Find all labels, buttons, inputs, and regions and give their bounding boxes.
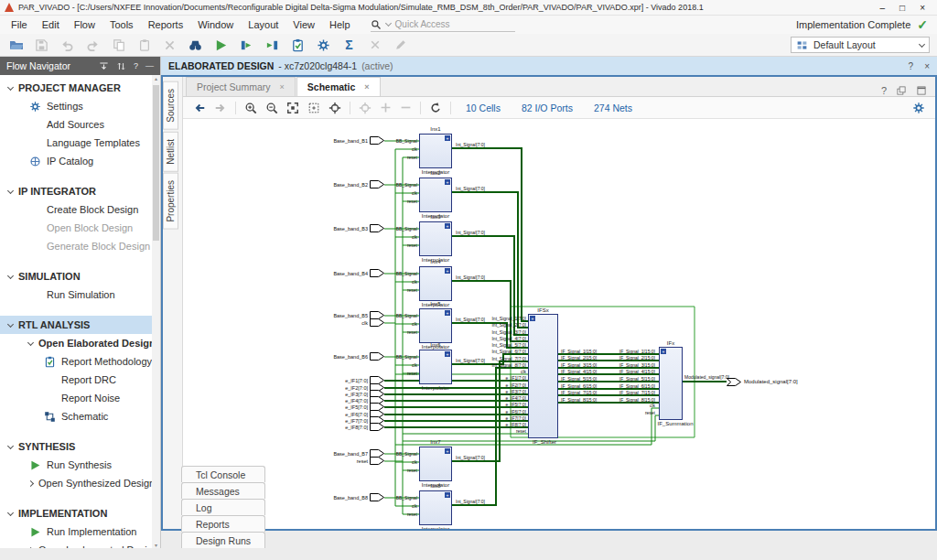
side-tab[interactable]: Sources <box>163 81 178 130</box>
interpolator-instance[interactable]: Inx3 + BB_Signal clk reset Int_Signal[7:… <box>419 221 452 256</box>
report-button[interactable] <box>290 38 306 53</box>
layout-selector[interactable]: Default Layout <box>791 37 930 53</box>
io-port[interactable]: Base_band_B3 <box>317 224 384 232</box>
bottom-tab[interactable]: Messages <box>181 482 265 499</box>
nav-section-project-manager[interactable]: PROJECT MANAGER <box>0 79 152 97</box>
menu-item[interactable]: Edit <box>35 17 67 32</box>
nav-item-run-simulation[interactable]: Run Simulation <box>0 285 152 304</box>
nav-item-generate-block-design[interactable]: Generate Block Design <box>0 237 152 255</box>
nav-item-add-sources[interactable]: Add Sources <box>0 115 152 134</box>
maximize-button[interactable]: □ <box>899 3 905 13</box>
interpolator-instance[interactable]: Inx4 + BB_Signal clk reset Int_Signal[7:… <box>419 266 452 301</box>
output-port-icon[interactable] <box>727 378 741 386</box>
nav-item-report-drc[interactable]: Report DRC <box>0 371 152 389</box>
expand-icon[interactable]: + <box>445 179 450 185</box>
io-port[interactable]: Base_band_B1 <box>317 136 384 145</box>
side-tab[interactable]: Netlist <box>163 132 178 172</box>
nav-item-report-noise[interactable]: Report Noise <box>0 389 152 407</box>
expand-icon[interactable]: + <box>445 135 450 141</box>
autofit-off-button[interactable] <box>359 102 372 114</box>
nav-item-open-elaborated-design[interactable]: Open Elaborated Design <box>0 334 152 352</box>
side-tab[interactable]: Properties <box>163 173 178 230</box>
close-icon[interactable]: × <box>280 82 285 92</box>
paste-button[interactable] <box>136 38 152 53</box>
help-icon[interactable]: ? <box>134 61 138 70</box>
menu-item[interactable]: Window <box>190 17 241 32</box>
io-port[interactable]: Base_band_B8 <box>317 493 384 501</box>
nav-item-report-methodology[interactable]: Report Methodology <box>0 352 152 371</box>
delete-button[interactable] <box>162 38 178 53</box>
tab-schematic[interactable]: Schematic× <box>296 77 381 96</box>
menu-item[interactable]: Tools <box>102 17 141 32</box>
run-to-icon[interactable] <box>264 38 280 53</box>
menu-item[interactable]: View <box>285 17 322 32</box>
close-icon[interactable]: × <box>364 82 369 92</box>
back-button[interactable] <box>193 102 206 114</box>
expand-collapse-icon[interactable] <box>116 61 126 71</box>
schematic-canvas[interactable]: Inx1 + BB_Signal clk reset Int_Signal[7:… <box>183 119 935 529</box>
io-ports-count-link[interactable]: 82 I/O Ports <box>515 102 579 113</box>
io-port[interactable]: reset <box>317 457 384 465</box>
interpolator-body[interactable]: + <box>419 266 452 301</box>
nav-section-ip-integrator[interactable]: IP INTEGRATOR <box>0 182 152 200</box>
bottom-tab[interactable]: Log <box>181 499 265 515</box>
nav-section-synthesis[interactable]: SYNTHESIS <box>0 437 152 456</box>
settings-button[interactable] <box>316 38 331 53</box>
scrollbar-thumb[interactable] <box>153 85 159 241</box>
interpolator-body[interactable]: + <box>419 447 452 481</box>
find-button[interactable] <box>188 38 203 53</box>
io-port[interactable]: e_IF8[7:0] <box>317 423 384 431</box>
quick-access-search[interactable]: Quick Access <box>371 18 515 32</box>
io-port[interactable]: Base_band_B6 <box>317 352 384 361</box>
bottom-tab[interactable]: Design Runs <box>181 532 265 548</box>
nav-item-schematic[interactable]: Schematic <box>0 407 152 425</box>
nav-item-run-synthesis[interactable]: Run Synthesis <box>0 456 152 474</box>
interpolator-instance[interactable]: Inx2 + BB_Signal clk reset Int_Signal[7:… <box>419 178 452 212</box>
interpolator-instance[interactable]: Inx1 + BB_Signal clk reset Int_Signal[7:… <box>419 134 452 168</box>
maximize-panel-icon[interactable] <box>916 85 927 96</box>
expand-icon[interactable]: + <box>445 223 450 229</box>
expand-icon[interactable]: + <box>530 316 535 321</box>
nav-item-create-block-design[interactable]: Create Block Design <box>0 200 152 219</box>
nav-item-ip-catalog[interactable]: IP Catalog <box>0 152 152 170</box>
if-summation-instance[interactable]: IFx + IF_Summation <box>659 347 683 420</box>
io-port[interactable]: clk <box>317 318 384 327</box>
nav-item-run-implementation[interactable]: Run Implementation <box>0 522 152 541</box>
nav-item-language-templates[interactable]: Language Templates <box>0 134 152 152</box>
zoom-out-button[interactable] <box>265 102 278 114</box>
menu-item[interactable]: File <box>4 17 35 32</box>
interpolator-instance[interactable]: Inx8 + BB_Signal clk reset Int_Signal[7:… <box>419 490 452 525</box>
close-design-icon[interactable]: × <box>924 61 930 71</box>
copy-button[interactable] <box>111 38 126 53</box>
interpolator-body[interactable]: + <box>419 134 452 168</box>
expand-cone-button[interactable] <box>380 102 392 113</box>
help-icon[interactable]: ? <box>909 61 914 71</box>
run-step-icon[interactable] <box>239 38 254 53</box>
regenerate-button[interactable] <box>429 102 442 114</box>
menu-item[interactable]: Flow <box>67 17 102 32</box>
minimize-button[interactable]: – <box>880 3 886 13</box>
expand-icon[interactable]: + <box>661 349 666 354</box>
nav-item-open-synthesized-design[interactable]: Open Synthesized Design <box>0 474 152 492</box>
cells-count-link[interactable]: 10 Cells <box>459 102 507 113</box>
tab-project-summary[interactable]: Project Summary× <box>186 77 296 96</box>
nav-section-implementation[interactable]: IMPLEMENTATION <box>0 504 152 522</box>
if-shifter-instance[interactable]: IFSx + IF_Shifter <box>528 314 558 438</box>
zoom-selection-button[interactable] <box>307 102 320 114</box>
expand-icon[interactable]: + <box>445 492 450 498</box>
expand-icon[interactable]: + <box>445 448 450 454</box>
menu-item[interactable]: Layout <box>241 17 285 32</box>
nav-item-open-block-design[interactable]: Open Block Design <box>0 219 152 237</box>
help-icon[interactable]: ? <box>881 85 887 96</box>
close-button[interactable]: × <box>920 3 925 13</box>
sum-button[interactable]: Σ <box>341 38 357 53</box>
flow-status[interactable]: Implementation Complete ✓ <box>796 17 928 32</box>
io-port[interactable]: Base_band_B2 <box>317 180 384 188</box>
open-project-button[interactable] <box>8 38 24 53</box>
nets-count-link[interactable]: 274 Nets <box>587 102 639 113</box>
nav-section-rtl-analysis[interactable]: RTL ANALYSIS <box>0 316 152 334</box>
bottom-tab[interactable]: Tcl Console <box>181 466 265 482</box>
io-port[interactable]: Base_band_B4 <box>317 269 384 277</box>
expand-icon[interactable]: + <box>445 268 450 274</box>
collapse-cone-button[interactable] <box>400 102 412 113</box>
